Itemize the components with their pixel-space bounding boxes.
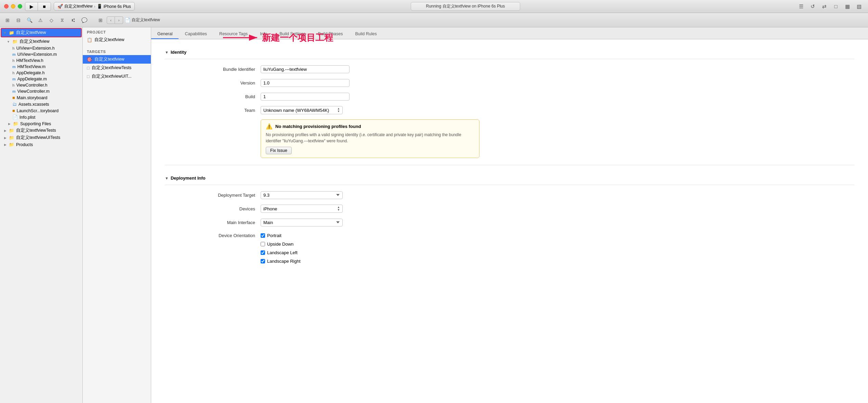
section-divider xyxy=(165,165,854,165)
maximize-button[interactable] xyxy=(18,4,22,9)
tab-resource-tags[interactable]: Resource Tags xyxy=(213,29,254,39)
landscape-right-checkbox[interactable] xyxy=(261,259,265,263)
devices-selector[interactable]: iPhone ▲ ▼ xyxy=(261,205,343,213)
pnav-project[interactable]: 📋 自定义textfview xyxy=(83,36,151,44)
nav-buttons: ‹ › xyxy=(107,16,123,24)
deployment-target-row: Deployment Target 9.3 xyxy=(165,191,854,199)
refresh-icon[interactable]: ↺ xyxy=(808,2,817,11)
file-nav-item[interactable]: m UIView+Extension.m xyxy=(0,51,82,57)
file-nav-launch[interactable]: ■ LaunchScr...toryboard xyxy=(0,107,82,114)
identity-section-title: Identity xyxy=(171,50,186,55)
tab-build-rules[interactable]: Build Rules xyxy=(349,29,383,39)
section-toggle-icon[interactable]: ▼ xyxy=(165,50,169,54)
project-section-header: PROJECT xyxy=(83,27,151,36)
disclosure-icon: ▼ xyxy=(3,31,6,35)
warning-message: No provisioning profiles with a valid si… xyxy=(266,132,474,144)
tab-info[interactable]: Info xyxy=(254,29,273,39)
tab-build-settings[interactable]: Build Settings xyxy=(273,29,312,39)
file-nav-item[interactable]: m HMTextView.m xyxy=(0,64,82,70)
bookmark-icon[interactable]: ◇ xyxy=(47,15,56,25)
devices-row: Devices iPhone ▲ ▼ xyxy=(165,204,854,213)
upside-down-checkbox[interactable] xyxy=(261,242,265,246)
stop-button[interactable]: ■ xyxy=(38,2,51,11)
file-nav-item[interactable]: h AppDelegate.h xyxy=(0,70,82,76)
pnav-target-tests[interactable]: □ 自定义textfviewTests xyxy=(83,64,151,72)
pnav-target-uitests[interactable]: □ 自定义textfviewUIT... xyxy=(83,72,151,81)
file-nav-products[interactable]: ▶ 📁 Products xyxy=(0,141,82,148)
deployment-target-label: Deployment Target xyxy=(165,193,261,198)
back-forward-icon[interactable]: ⇄ xyxy=(819,2,829,11)
portrait-checkbox[interactable] xyxy=(261,233,265,238)
layout-icon[interactable]: ▦ xyxy=(843,2,852,11)
h-file-icon: h xyxy=(12,46,15,50)
file-label: Info.plist xyxy=(19,115,36,120)
file-label: 自定义textfviewTests xyxy=(16,128,56,133)
filter-icon[interactable]: ⧖ xyxy=(57,15,67,25)
devices-label: Devices xyxy=(165,206,261,211)
team-selector[interactable]: Unknown name (WY68AWM54K) ▲ ▼ xyxy=(261,106,343,114)
file-nav-storyboard[interactable]: ■ Main.storyboard xyxy=(0,94,82,101)
minimize-button[interactable] xyxy=(11,4,15,9)
file-label: ViewController.m xyxy=(17,89,50,94)
bundle-id-input[interactable] xyxy=(261,65,350,73)
file-navigator-panel: ▼ 📁 自定义textfview ▼ 📁 自定义textfview h UIVi… xyxy=(0,27,83,403)
disclosure-icon: ▶ xyxy=(4,136,6,140)
nav-back-button[interactable]: ‹ xyxy=(107,16,115,24)
inspector-icon[interactable]: ▧ xyxy=(854,2,864,11)
breadcrumb-project: 自定义textfview xyxy=(132,17,160,23)
landscape-left-checkbox[interactable] xyxy=(261,250,265,255)
navigator-icon[interactable]: □ xyxy=(831,2,841,11)
search-icon[interactable]: 🔍 xyxy=(25,15,34,25)
tab-capabilities[interactable]: Capabilities xyxy=(179,29,213,39)
list-icon[interactable]: ☰ xyxy=(796,2,806,11)
tab-build-phases[interactable]: Build Phases xyxy=(312,29,349,39)
m-file-icon: m xyxy=(12,52,16,56)
comment-icon[interactable]: 💬 xyxy=(79,15,89,25)
identity-section-header: ▼ Identity xyxy=(165,46,854,59)
scheme-selector[interactable]: 🚀 自定义textfview › 📱 iPhone 6s Plus xyxy=(54,2,135,11)
pnav-target-main[interactable]: 🎯 自定义textfview xyxy=(83,55,151,64)
file-list-icon[interactable]: ⊞ xyxy=(3,15,12,25)
targets-section-header: TARGETS xyxy=(83,47,151,55)
pnav-target-uitests-label: 自定义textfviewUIT... xyxy=(92,74,132,79)
file-nav-supporting[interactable]: ▶ 📁 Supporting Files xyxy=(0,120,82,127)
file-nav-item[interactable]: m AppDelegate.m xyxy=(0,76,82,82)
target-test-icon: □ xyxy=(87,66,90,70)
deployment-target-select[interactable]: 9.3 xyxy=(261,191,343,199)
grid-view-icon[interactable]: ⊞ xyxy=(96,15,105,25)
nav-forward-button[interactable]: › xyxy=(115,16,123,24)
warning-icon[interactable]: ⚠ xyxy=(36,15,45,25)
disclosure-icon: ▶ xyxy=(4,143,6,146)
run-button[interactable]: ▶ xyxy=(25,2,38,11)
file-nav-root[interactable]: ▼ 📁 自定义textfview xyxy=(1,28,82,37)
team-label: Team xyxy=(165,108,261,113)
main-interface-row: Main Interface Main xyxy=(165,218,854,227)
build-input[interactable] xyxy=(261,93,350,101)
storyboard-icon: ■ xyxy=(12,108,15,113)
branch-icon[interactable]: ⑆ xyxy=(68,15,78,25)
m-file-icon: m xyxy=(12,89,16,93)
tab-general[interactable]: General xyxy=(151,29,179,39)
orientation-portrait-row: Portrait xyxy=(261,233,301,238)
orientation-upside-down-row: Upside Down xyxy=(261,242,301,247)
file-nav-tests[interactable]: ▶ 📁 自定义textfviewTests xyxy=(0,127,82,134)
main-interface-select[interactable]: Main xyxy=(261,219,343,226)
file-nav-item[interactable]: h ViewController.h xyxy=(0,82,82,88)
fix-issue-button[interactable]: Fix Issue xyxy=(266,147,292,154)
config-panel: PROJECT 📋 自定义textfview TARGETS 🎯 自定义text… xyxy=(83,27,151,403)
file-nav-subfolder[interactable]: ▼ 📁 自定义textfview xyxy=(0,38,82,45)
section-toggle-icon[interactable]: ▼ xyxy=(165,176,169,180)
file-nav-uitests[interactable]: ▶ 📁 自定义textfviewUITests xyxy=(0,134,82,141)
warning-box: ⚠️ No matching provisioning profiles fou… xyxy=(261,119,479,158)
team-value: Unknown name (WY68AWM54K) xyxy=(263,108,329,113)
add-file-icon[interactable]: ⊟ xyxy=(14,15,23,25)
file-label: Main.storyboard xyxy=(17,95,48,100)
file-nav-plist[interactable]: 📄 Info.plist xyxy=(0,114,82,120)
file-nav-item[interactable]: m ViewController.m xyxy=(0,88,82,94)
main-layout: ▼ 📁 自定义textfview ▼ 📁 自定义textfview h UIVi… xyxy=(0,27,868,403)
version-input[interactable] xyxy=(261,79,350,87)
close-button[interactable] xyxy=(4,4,9,9)
file-nav-item[interactable]: h HMTextView.h xyxy=(0,57,82,64)
file-nav-xcassets[interactable]: 🗂 Assets.xcassets xyxy=(0,101,82,107)
file-nav-item[interactable]: h UIView+Extension.h xyxy=(0,45,82,51)
